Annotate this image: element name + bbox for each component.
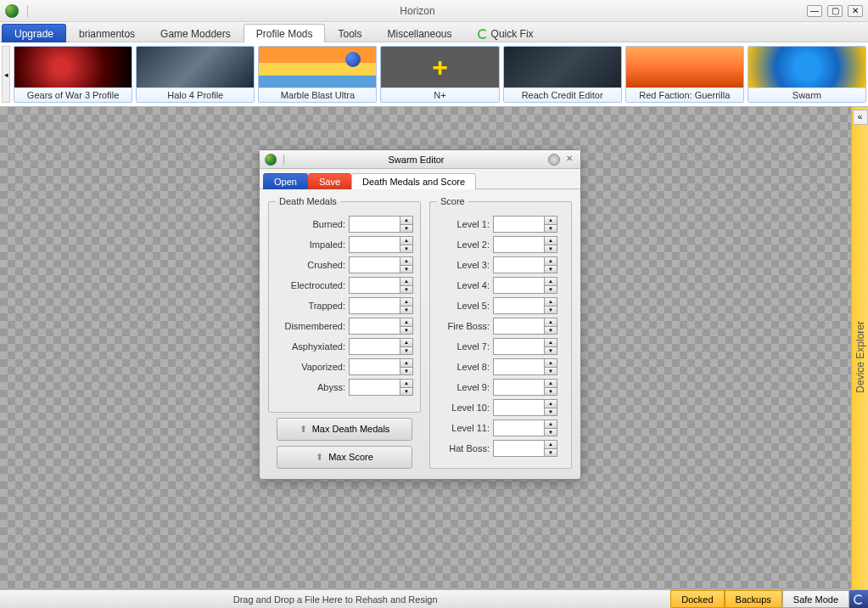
spinner-down[interactable]: ▼: [544, 245, 557, 254]
editor-close-button[interactable]: ✕: [563, 154, 575, 166]
docked-button[interactable]: Docked: [670, 590, 724, 608]
spinner-down[interactable]: ▼: [544, 265, 557, 274]
close-button[interactable]: ✕: [848, 5, 863, 17]
field-input[interactable]: [349, 358, 400, 375]
spinner-up[interactable]: ▲: [544, 216, 557, 224]
spinner-down[interactable]: ▼: [400, 245, 413, 254]
spinner-up[interactable]: ▲: [544, 399, 557, 408]
editor-tab-save[interactable]: Save: [308, 173, 351, 189]
field-input[interactable]: [493, 297, 544, 314]
max-score-button[interactable]: ⬆Max Score: [277, 446, 412, 469]
field-input[interactable]: [493, 379, 544, 396]
spinner-up[interactable]: ▲: [544, 419, 557, 428]
tab-tools[interactable]: Tools: [325, 24, 374, 42]
field-input[interactable]: [493, 419, 544, 436]
spinner-down[interactable]: ▼: [544, 306, 557, 315]
field-input[interactable]: [493, 256, 544, 273]
spinner-down[interactable]: ▼: [544, 326, 557, 335]
gallery-tile-marble[interactable]: Marble Blast Ultra: [258, 46, 377, 103]
tab-profile-mods[interactable]: Profile Mods: [244, 24, 326, 42]
spinner-down[interactable]: ▼: [400, 265, 413, 274]
tab-quick-fix[interactable]: Quick Fix: [465, 24, 546, 42]
spinner-up[interactable]: ▲: [544, 379, 557, 387]
spinner-up[interactable]: ▲: [544, 277, 557, 285]
spinner-up[interactable]: ▲: [400, 277, 413, 285]
editor-tab-open[interactable]: Open: [263, 173, 308, 189]
tab-game-modders[interactable]: Game Modders: [148, 24, 244, 42]
spinner-down[interactable]: ▼: [544, 285, 557, 295]
gallery-tile-halo[interactable]: Halo 4 Profile: [136, 46, 255, 103]
field-input[interactable]: [349, 216, 400, 233]
device-explorer-sidebar[interactable]: « Device Explorer: [851, 107, 868, 589]
field-input[interactable]: [349, 338, 400, 355]
spinner-down[interactable]: ▼: [544, 346, 557, 356]
gallery-tile-reach[interactable]: Reach Credit Editor: [503, 46, 622, 103]
spinner-up[interactable]: ▲: [544, 318, 557, 326]
field-input[interactable]: [493, 338, 544, 355]
field-input[interactable]: [493, 358, 544, 375]
gallery-scroll-left[interactable]: ◂: [2, 46, 10, 103]
spinner-up[interactable]: ▲: [400, 318, 413, 326]
spinner-up[interactable]: ▲: [400, 379, 413, 387]
max-death-medals-button[interactable]: ⬆Max Death Medals: [277, 418, 412, 441]
field-input[interactable]: [349, 318, 400, 335]
spinner-up[interactable]: ▲: [400, 297, 413, 306]
spinner-down[interactable]: ▼: [400, 326, 413, 335]
spinner-down[interactable]: ▼: [544, 448, 557, 458]
gallery-tile-redfac[interactable]: Red Faction: Guerrilla: [625, 46, 744, 103]
spinner-up[interactable]: ▲: [544, 256, 557, 265]
field-input[interactable]: [349, 277, 400, 294]
spinner-up[interactable]: ▲: [400, 256, 413, 265]
spinner-down[interactable]: ▼: [544, 367, 557, 376]
field-input[interactable]: [493, 440, 544, 457]
spinner-up[interactable]: ▲: [400, 216, 413, 224]
field-row: Level 11:▲▼: [437, 419, 564, 437]
field-input[interactable]: [349, 379, 400, 396]
spinner-down[interactable]: ▼: [400, 387, 413, 397]
workspace[interactable]: « Device Explorer Swarm Editor ✕ Open Sa…: [0, 107, 868, 589]
spinner-up[interactable]: ▲: [544, 358, 557, 367]
spinner-down[interactable]: ▼: [400, 346, 413, 356]
spinner-up[interactable]: ▲: [544, 297, 557, 306]
gear-icon[interactable]: [548, 154, 560, 166]
safe-mode-button[interactable]: Safe Mode: [782, 590, 849, 608]
field-input[interactable]: [349, 236, 400, 253]
tab-brianmentos[interactable]: brianmentos: [66, 24, 148, 42]
spinner-up[interactable]: ▲: [400, 358, 413, 367]
spinner-up[interactable]: ▲: [544, 440, 557, 448]
field-row: Trapped:▲▼: [276, 296, 413, 315]
gallery-tile-gow[interactable]: Gears of War 3 Profile: [14, 46, 132, 103]
gallery-tile-nplus[interactable]: +N+: [380, 46, 499, 103]
field-input[interactable]: [493, 318, 544, 335]
thumbnail-redfac: [626, 47, 743, 87]
field-input[interactable]: [493, 277, 544, 294]
field-input[interactable]: [493, 236, 544, 253]
spinner-down[interactable]: ▼: [544, 428, 557, 437]
spinner-down[interactable]: ▼: [544, 408, 557, 417]
field-input[interactable]: [493, 216, 544, 233]
spinner-up[interactable]: ▲: [400, 338, 413, 346]
spinner-up[interactable]: ▲: [544, 236, 557, 245]
spinner-down[interactable]: ▼: [400, 285, 413, 295]
spinner-down[interactable]: ▼: [544, 224, 557, 234]
maximize-button[interactable]: ▢: [827, 5, 843, 17]
drag-drop-hint[interactable]: Drag and Drop a File Here to Rehash and …: [0, 590, 670, 608]
field-input[interactable]: [349, 256, 400, 273]
spinner-up[interactable]: ▲: [544, 338, 557, 346]
collapse-button[interactable]: «: [853, 110, 868, 125]
gallery-tile-swarm[interactable]: Swarm: [748, 46, 866, 103]
editor-titlebar[interactable]: Swarm Editor ✕: [260, 150, 580, 169]
spinner-down[interactable]: ▼: [400, 306, 413, 315]
tab-upgrade[interactable]: Upgrade: [2, 24, 66, 42]
spinner-down[interactable]: ▼: [544, 387, 557, 397]
status-refresh-icon[interactable]: [849, 590, 868, 608]
backups-button[interactable]: Backups: [725, 590, 782, 608]
spinner-down[interactable]: ▼: [400, 224, 413, 234]
field-input[interactable]: [349, 297, 400, 314]
tab-miscellaneous[interactable]: Miscellaneous: [375, 24, 465, 42]
field-input[interactable]: [493, 399, 544, 416]
minimize-button[interactable]: —: [807, 5, 822, 17]
spinner-up[interactable]: ▲: [400, 236, 413, 245]
spinner-down[interactable]: ▼: [400, 367, 413, 376]
editor-tab-death-medals-score[interactable]: Death Medals and Score: [351, 173, 476, 189]
